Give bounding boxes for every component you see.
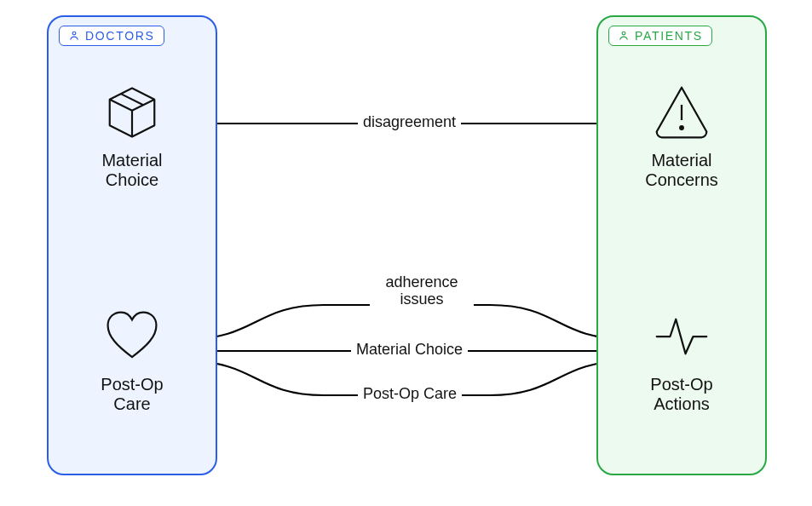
activity-icon [648,305,716,368]
diagram-canvas: DOCTORS PATIENTS MaterialChoice [0,0,812,506]
node-label: MaterialConcerns [613,151,750,190]
node-postop-actions: Post-OpActions [613,305,750,414]
node-label: MaterialChoice [64,151,200,190]
doctors-group-header: DOCTORS [59,26,164,46]
box-icon [98,81,166,144]
svg-point-3 [680,126,683,129]
warning-triangle-icon [648,81,716,144]
edge-label-material-choice: Material Choice [351,341,468,359]
doctors-group-title: DOCTORS [85,29,155,43]
patients-group-title: PATIENTS [635,29,703,43]
node-material-concerns: MaterialConcerns [613,81,750,190]
svg-point-0 [72,32,76,35]
edge-label-disagreement: disagreement [358,113,461,131]
edge-label-adherence: adherenceissues [370,274,474,308]
node-label: Post-OpCare [64,375,200,414]
svg-point-1 [622,32,625,35]
node-material-choice: MaterialChoice [64,81,200,190]
node-postop-care: Post-OpCare [64,305,200,414]
edge-adherence [187,305,626,339]
heart-icon [98,305,166,368]
person-icon [68,30,80,42]
person-icon [618,30,630,42]
patients-group-header: PATIENTS [608,26,712,46]
node-label: Post-OpActions [613,375,750,414]
edge-label-postop-care: Post-Op Care [358,385,462,403]
